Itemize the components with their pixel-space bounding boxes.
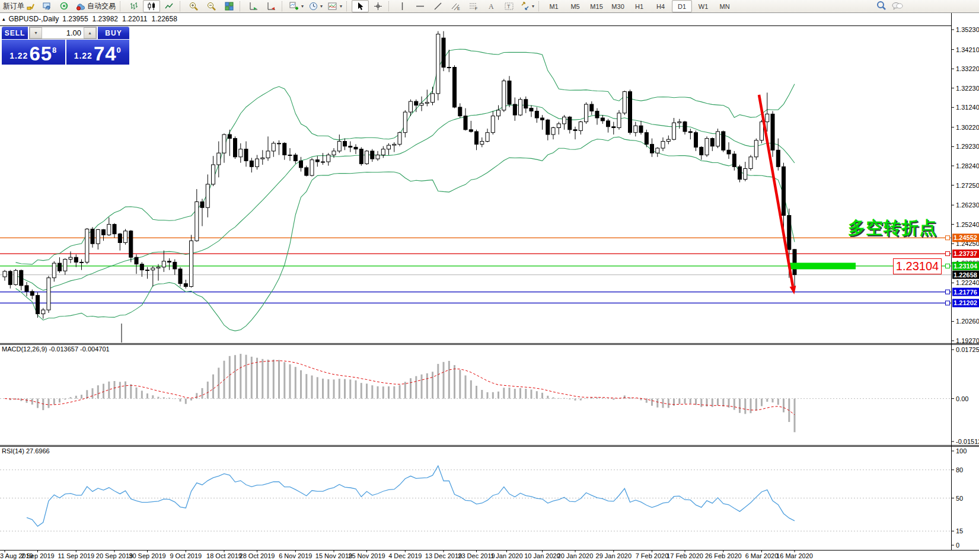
timeframe-button-h1[interactable]: H1 <box>629 0 649 12</box>
price-annotation-box[interactable]: 1.23104 <box>893 258 942 274</box>
date-label: 29 Jan 2020 <box>596 552 632 559</box>
sell-button[interactable]: SELL <box>2 27 28 39</box>
chart-shift-button[interactable] <box>263 0 280 12</box>
tile-windows-button[interactable] <box>221 0 238 12</box>
timeframe-button-m30[interactable]: M30 <box>608 0 628 12</box>
chart-canvas[interactable]: 1.352301.342101.332201.322301.312401.302… <box>0 0 979 560</box>
rsi-axis-label: 100 <box>956 447 967 455</box>
volume-input[interactable] <box>42 27 84 39</box>
price-axis-label: 1.32230 <box>956 85 979 92</box>
ohlc-high: 1.23982 <box>93 15 118 23</box>
candle <box>250 161 253 167</box>
periods-button[interactable]: ▾ <box>307 0 325 12</box>
autotrading-button[interactable]: 自动交易 <box>74 0 118 12</box>
toolbar-separator <box>346 1 350 11</box>
line-chart-button[interactable] <box>161 0 178 12</box>
vertical-line-button[interactable] <box>394 0 411 12</box>
date-label: 6 Mar 2020 <box>745 552 779 559</box>
candle <box>464 116 467 130</box>
date-label: 11 Sep 2019 <box>58 552 95 559</box>
sell-price-big: 65 <box>29 45 52 63</box>
timeframe-button-m15[interactable]: M15 <box>586 0 607 12</box>
price-axis-label: 1.25240 <box>956 221 979 228</box>
auto-scroll-button[interactable] <box>245 0 262 12</box>
text-button[interactable]: A <box>483 0 500 12</box>
buy-button[interactable]: BUY <box>98 27 129 39</box>
date-axis: 3 Aug 20192 Sep 201911 Sep 201920 Sep 20… <box>0 550 813 559</box>
candle <box>124 231 127 243</box>
vps-button[interactable] <box>38 0 55 12</box>
vertical-line-icon <box>399 2 406 11</box>
new-chart-button[interactable]: ▾ <box>287 0 306 12</box>
sell-price-panel[interactable]: 1.22 65 8 <box>2 40 65 65</box>
cursor-button[interactable] <box>352 0 369 12</box>
candle <box>629 92 632 133</box>
highlight-rectangle-object[interactable] <box>789 263 856 269</box>
candle <box>212 165 215 184</box>
candle <box>771 114 774 150</box>
zoom-in-icon <box>189 2 199 11</box>
crosshair-button[interactable] <box>369 0 387 12</box>
candle <box>200 202 204 208</box>
candle <box>661 142 665 149</box>
buy-price-panel[interactable]: 1.22 74 0 <box>66 40 130 65</box>
candlestick-chart-button[interactable] <box>143 0 160 12</box>
date-label: 15 Nov 2019 <box>315 552 352 559</box>
timeframe-button-m1[interactable]: M1 <box>544 0 564 12</box>
volume-increase-button[interactable]: ▴ <box>84 27 96 39</box>
candle <box>327 155 330 162</box>
zoom-out-button[interactable] <box>203 0 220 12</box>
arrows-button[interactable]: ▾ <box>518 0 537 12</box>
price-axis-label: 1.35230 <box>956 26 979 33</box>
horizontal-line-button[interactable] <box>412 0 429 12</box>
new-order-button[interactable]: 新订单 <box>1 0 37 12</box>
toolbar-separator <box>388 1 392 11</box>
price-axis: 1.352301.342101.332201.322301.312401.302… <box>951 26 979 549</box>
trend-line-button[interactable] <box>429 0 447 12</box>
bollinger-bands <box>16 49 795 331</box>
zoom-in-button[interactable] <box>185 0 202 12</box>
candle <box>63 260 67 271</box>
candle <box>563 117 566 124</box>
candle <box>645 133 648 145</box>
mt4-terminal-window: { "toolbar": { "new_order_label": "新订单",… <box>0 0 979 560</box>
candle <box>310 160 314 175</box>
candle <box>585 104 588 122</box>
candle <box>710 139 714 146</box>
timeframe-button-m5[interactable]: M5 <box>565 0 585 12</box>
templates-button[interactable]: ▾ <box>326 0 345 12</box>
fibonacci-icon: F <box>469 2 479 11</box>
candle <box>403 112 407 133</box>
candle <box>294 155 297 161</box>
line-handle <box>946 252 950 256</box>
text-label-button[interactable]: T <box>500 0 518 12</box>
timeframe-button-d1[interactable]: D1 <box>672 0 692 12</box>
price-axis-label: 1.29230 <box>956 143 979 150</box>
chart-expand-icon[interactable]: ▴ <box>2 16 5 22</box>
timeframe-button-w1[interactable]: W1 <box>693 0 713 12</box>
signals-icon <box>60 2 69 11</box>
chat-icon[interactable] <box>891 1 903 11</box>
timeframe-button-mn[interactable]: MN <box>715 0 735 12</box>
signals-button[interactable] <box>56 0 73 12</box>
candle <box>436 34 440 94</box>
horizontal-line-objects[interactable] <box>0 238 951 303</box>
candle <box>129 231 133 257</box>
equidistant-channel-button[interactable]: E <box>447 0 464 12</box>
candle <box>541 118 544 120</box>
candle <box>656 148 659 153</box>
search-icon[interactable] <box>876 1 886 11</box>
candle <box>113 225 116 234</box>
candle <box>173 262 177 269</box>
volume-decrease-button[interactable]: ▾ <box>30 27 42 39</box>
bar-chart-icon <box>129 2 138 11</box>
fibonacci-button[interactable]: F <box>465 0 482 12</box>
dropdown-arrow-icon: ▾ <box>532 4 534 9</box>
candle <box>244 149 248 161</box>
bar-chart-button[interactable] <box>125 0 142 12</box>
candle <box>349 146 352 148</box>
rsi-axis-label: 15 <box>956 527 963 535</box>
timeframe-button-h4[interactable]: H4 <box>650 0 671 12</box>
turning-point-annotation[interactable]: 多空转折点 <box>848 216 937 240</box>
candle <box>749 157 752 169</box>
